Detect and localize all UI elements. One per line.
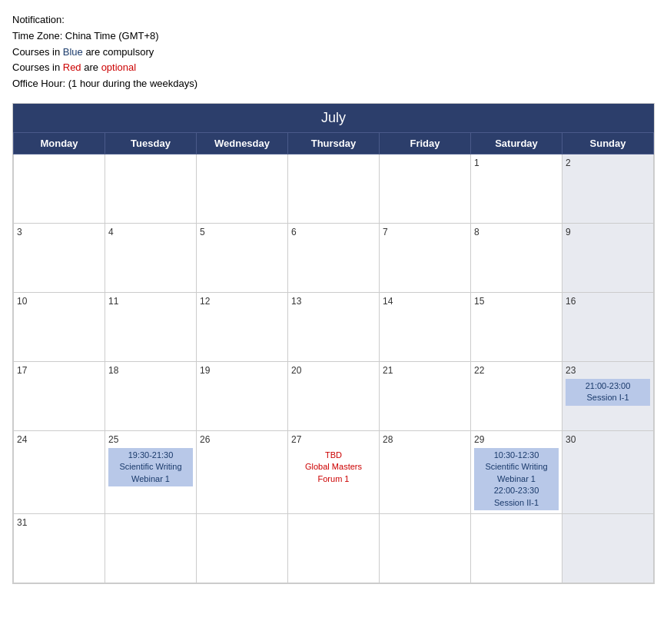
calendar-day	[14, 154, 105, 223]
header-saturday: Saturday	[471, 132, 562, 154]
day-number: 10	[17, 296, 101, 307]
day-number: 14	[383, 296, 467, 307]
calendar-day: 21	[380, 361, 471, 430]
calendar-day: 10	[14, 292, 105, 361]
calendar-day: 2	[562, 154, 654, 223]
day-number: 26	[200, 434, 284, 445]
day-number: 3	[17, 227, 101, 237]
calendar-day	[197, 154, 288, 223]
header-thursday: Thursday	[288, 132, 380, 154]
day-number: 12	[200, 296, 284, 307]
calendar-event: 10:30-12:30Scientific Writing Webinar 12…	[474, 448, 559, 510]
day-number: 23	[566, 365, 650, 376]
day-number: 21	[383, 365, 467, 376]
calendar-day: 17	[14, 361, 105, 430]
day-number: 5	[200, 227, 284, 237]
calendar-title: July	[13, 104, 654, 132]
calendar-week-row: 242519:30-21:30Scientific WritingWebinar…	[14, 430, 654, 513]
day-number: 29	[474, 434, 559, 445]
calendar-day	[105, 154, 197, 223]
calendar-header-row: MondayTuesdayWednesdayThursdayFridaySatu…	[14, 132, 654, 154]
calendar-day: 18	[105, 361, 197, 430]
calendar-week-row: 3456789	[14, 223, 654, 292]
day-number: 15	[474, 296, 559, 307]
calendar-day	[288, 154, 380, 223]
calendar-day: 6	[288, 223, 380, 292]
notification-line2: Time Zone: China Time (GMT+8)	[12, 28, 655, 45]
calendar-day: 2519:30-21:30Scientific WritingWebinar 1	[105, 430, 197, 513]
day-number: 9	[566, 227, 650, 237]
notification-line3: Courses in Blue are compulsory	[12, 45, 655, 61]
header-wednesday: Wednesday	[197, 132, 288, 154]
calendar: July MondayTuesdayWednesdayThursdayFrida…	[12, 103, 655, 584]
calendar-day	[562, 513, 654, 583]
calendar-day: 11	[105, 292, 197, 361]
day-number: 20	[291, 365, 376, 376]
day-number: 27	[291, 434, 376, 445]
day-number: 4	[108, 227, 193, 237]
calendar-week-row: 1718192021222321:00-23:00Session I-1	[14, 361, 654, 430]
calendar-week-row: 10111213141516	[14, 292, 654, 361]
calendar-day: 19	[197, 361, 288, 430]
calendar-day	[105, 513, 197, 583]
calendar-week-row: 31	[14, 513, 654, 583]
calendar-day: 15	[471, 292, 562, 361]
day-number: 19	[200, 365, 284, 376]
calendar-day: 12	[197, 292, 288, 361]
day-number: 8	[474, 227, 559, 237]
day-number: 6	[291, 227, 376, 237]
calendar-day: 31	[14, 513, 105, 583]
calendar-day: 9	[562, 223, 654, 292]
calendar-event: 21:00-23:00Session I-1	[566, 379, 650, 406]
day-number: 22	[474, 365, 559, 376]
calendar-day: 26	[197, 430, 288, 513]
calendar-day: 13	[288, 292, 380, 361]
calendar-day: 16	[562, 292, 654, 361]
calendar-week-row: 12	[14, 154, 654, 223]
day-number: 11	[108, 296, 193, 307]
calendar-day: 2910:30-12:30Scientific Writing Webinar …	[471, 430, 562, 513]
calendar-day: 24	[14, 430, 105, 513]
calendar-day: 3	[14, 223, 105, 292]
day-number: 18	[108, 365, 193, 376]
calendar-day	[288, 513, 380, 583]
calendar-day	[380, 513, 471, 583]
calendar-day: 27TBDGlobal MastersForum 1	[288, 430, 380, 513]
day-number: 31	[17, 517, 101, 528]
calendar-event: TBDGlobal MastersForum 1	[291, 448, 376, 486]
header-monday: Monday	[14, 132, 105, 154]
calendar-day: 28	[380, 430, 471, 513]
day-number: 28	[383, 434, 467, 445]
calendar-day: 1	[471, 154, 562, 223]
notification-line1: Notification:	[12, 12, 655, 28]
calendar-day	[380, 154, 471, 223]
day-number: 25	[108, 434, 193, 445]
calendar-day: 20	[288, 361, 380, 430]
calendar-day: 8	[471, 223, 562, 292]
calendar-day	[471, 513, 562, 583]
day-number: 2	[566, 158, 650, 168]
calendar-event: 19:30-21:30Scientific WritingWebinar 1	[108, 448, 193, 486]
header-friday: Friday	[380, 132, 471, 154]
calendar-day	[197, 513, 288, 583]
calendar-day: 14	[380, 292, 471, 361]
day-number: 30	[566, 434, 650, 445]
header-sunday: Sunday	[562, 132, 654, 154]
calendar-day: 7	[380, 223, 471, 292]
day-number: 13	[291, 296, 376, 307]
calendar-day: 5	[197, 223, 288, 292]
day-number: 24	[17, 434, 101, 445]
calendar-day: 4	[105, 223, 197, 292]
header-tuesday: Tuesday	[105, 132, 197, 154]
calendar-day: 2321:00-23:00Session I-1	[562, 361, 654, 430]
day-number: 17	[17, 365, 101, 376]
notification-section: Notification: Time Zone: China Time (GMT…	[12, 12, 655, 92]
day-number: 1	[474, 158, 559, 168]
calendar-table: MondayTuesdayWednesdayThursdayFridaySatu…	[13, 132, 654, 583]
calendar-day: 30	[562, 430, 654, 513]
day-number: 7	[383, 227, 467, 237]
notification-line4: Courses in Red are optional	[12, 60, 655, 76]
calendar-day: 22	[471, 361, 562, 430]
notification-line5: Office Hour: (1 hour during the weekdays…	[12, 76, 655, 92]
day-number: 16	[566, 296, 650, 307]
